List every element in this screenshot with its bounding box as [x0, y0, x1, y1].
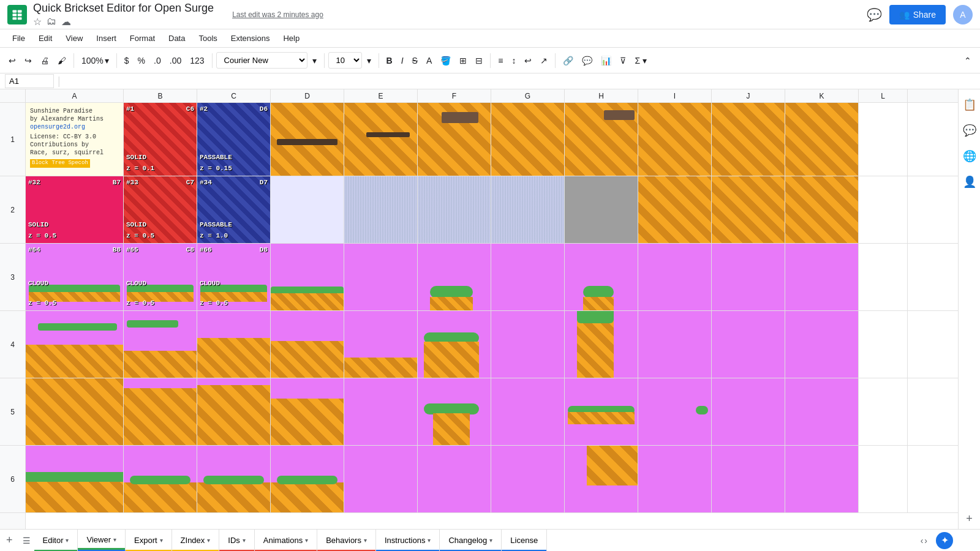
cell-g2[interactable] [491, 176, 565, 243]
explore-button[interactable]: ✦ [936, 532, 953, 549]
borders-button[interactable]: ⊞ [456, 53, 470, 68]
cell-d3[interactable] [271, 244, 344, 310]
col-header-b[interactable]: B [124, 89, 197, 102]
cell-a6[interactable] [26, 446, 124, 512]
cell-a1[interactable]: Sunshine Paradise by Alexandre Martins o… [26, 103, 124, 176]
cell-f1[interactable] [418, 103, 491, 176]
cell-k6[interactable] [785, 446, 859, 512]
font-dropdown-button[interactable]: ▾ [309, 53, 320, 68]
cell-a5[interactable] [26, 378, 124, 445]
row-header-1[interactable]: 1 [0, 103, 25, 176]
cell-c4[interactable] [197, 311, 271, 378]
sidebar-person-icon[interactable]: 👤 [959, 171, 980, 192]
cell-h1[interactable] [565, 103, 638, 176]
sidebar-add-icon[interactable]: + [962, 509, 976, 529]
cloud-icon[interactable]: ☁ [61, 16, 71, 28]
cell-a4[interactable] [26, 311, 124, 378]
cell-l5[interactable] [859, 378, 908, 445]
tab-editor[interactable]: Editor ▾ [34, 530, 78, 552]
last-edit[interactable]: Last edit was 2 minutes ago [232, 10, 323, 19]
cell-k2[interactable] [785, 176, 859, 243]
cell-a3-tile64[interactable]: #64 B8 CLOUD z = 0.5 [26, 244, 124, 310]
add-sheet-button[interactable]: + [0, 534, 19, 547]
sidebar-earth-icon[interactable]: 🌐 [959, 146, 980, 167]
cell-k5[interactable] [785, 378, 859, 445]
row-header-5[interactable]: 5 [0, 378, 25, 446]
cell-i4[interactable] [638, 311, 712, 378]
cell-h2[interactable] [565, 176, 638, 243]
col-header-g[interactable]: G [491, 89, 565, 102]
cell-f4[interactable] [418, 311, 491, 378]
tab-instructions[interactable]: Instructions ▾ [376, 530, 440, 552]
tab-export[interactable]: Export ▾ [126, 530, 172, 552]
tab-scroll-right[interactable]: › [924, 536, 927, 545]
sidebar-sheets-icon[interactable]: 📋 [959, 94, 980, 115]
row-header-3[interactable]: 3 [0, 244, 25, 311]
tab-changelog[interactable]: Changelog ▾ [440, 530, 502, 552]
tab-menu-button[interactable]: ☰ [19, 536, 34, 545]
avatar[interactable]: A [953, 5, 973, 24]
text-rotation-button[interactable]: ↗ [537, 53, 551, 68]
cell-b3-tile65[interactable]: #65 C8 CLOUD z = 0.5 [124, 244, 197, 310]
zoom-selector[interactable]: 100% ▾ [78, 53, 113, 68]
col-header-e[interactable]: E [344, 89, 418, 102]
comment-cell-button[interactable]: 💬 [578, 53, 596, 68]
cell-c3-tile66[interactable]: #66 D8 CLOUD z = 0.5 [197, 244, 271, 310]
menu-edit[interactable]: Edit [32, 31, 58, 45]
filter-button[interactable]: ⊽ [616, 53, 630, 68]
cell-i6[interactable] [638, 446, 712, 512]
cell-b6[interactable] [124, 446, 197, 512]
format-num-button[interactable]: 123 [186, 53, 208, 68]
font-selector[interactable]: Courier New Arial Times New Roman [216, 52, 307, 69]
align-vert-button[interactable]: ↕ [508, 53, 519, 68]
col-header-d[interactable]: D [271, 89, 344, 102]
cell-l4[interactable] [859, 311, 908, 378]
expand-button[interactable]: ⌃ [960, 53, 975, 68]
cell-d5[interactable] [271, 378, 344, 445]
cell-l6[interactable] [859, 446, 908, 512]
cell-c1-tile2[interactable]: #2 D6 PASSABLE z = 0.15 [197, 103, 271, 176]
tab-animations[interactable]: Animations ▾ [255, 530, 317, 552]
cell-c5[interactable] [197, 378, 271, 445]
cell-i2[interactable] [638, 176, 712, 243]
font-size-dropdown[interactable]: ▾ [363, 53, 375, 68]
row-header-2[interactable]: 2 [0, 176, 25, 244]
tab-zindex[interactable]: ZIndex ▾ [172, 530, 220, 552]
col-header-k[interactable]: K [785, 89, 859, 102]
cell-d4[interactable] [271, 311, 344, 378]
menu-file[interactable]: File [6, 31, 31, 45]
tab-behaviors[interactable]: Behaviors ▾ [317, 530, 376, 552]
cell-a1-link[interactable]: opensurge2d.org [30, 124, 85, 130]
cell-j6[interactable] [712, 446, 785, 512]
bold-button[interactable]: B [383, 53, 396, 68]
row-header-4[interactable]: 4 [0, 311, 25, 378]
cell-j5[interactable] [712, 378, 785, 445]
row-header-6[interactable]: 6 [0, 446, 25, 513]
cell-b2-tile33[interactable]: #33 C7 SOLID z = 0.5 [124, 176, 197, 243]
cell-h4[interactable] [565, 311, 638, 378]
cell-j1[interactable] [712, 103, 785, 176]
menu-tools[interactable]: Tools [192, 31, 223, 45]
col-header-f[interactable]: F [418, 89, 491, 102]
tab-viewer[interactable]: Viewer ▾ [78, 530, 126, 552]
wrap-text-button[interactable]: ↩ [521, 53, 535, 68]
star-icon[interactable]: ☆ [33, 16, 42, 28]
cell-c6[interactable] [197, 446, 271, 512]
cell-e5[interactable] [344, 378, 418, 445]
cell-i3[interactable] [638, 244, 712, 310]
cell-e1[interactable] [344, 103, 418, 176]
cell-g3[interactable] [491, 244, 565, 310]
cell-l2[interactable] [859, 176, 908, 243]
redo-button[interactable]: ↪ [21, 53, 36, 68]
cell-f3[interactable] [418, 244, 491, 310]
cell-f6[interactable] [418, 446, 491, 512]
undo-button[interactable]: ↩ [5, 53, 20, 68]
tab-ids[interactable]: IDs ▾ [219, 530, 255, 552]
cell-j3[interactable] [712, 244, 785, 310]
menu-data[interactable]: Data [162, 31, 191, 45]
cell-a2-tile32[interactable]: #32 B7 SOLID z = 0.5 [26, 176, 124, 243]
cell-b1-tile1[interactable]: #1 C6 SOLIDz = 0.1 [124, 103, 197, 176]
cell-f5[interactable] [418, 378, 491, 445]
comment-button[interactable]: 💬 [867, 7, 882, 22]
cell-e2[interactable] [344, 176, 418, 243]
